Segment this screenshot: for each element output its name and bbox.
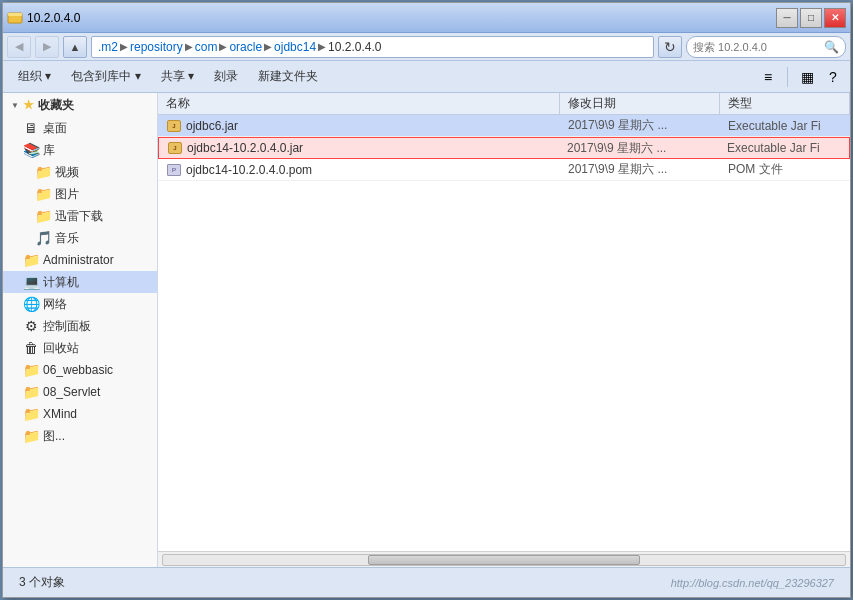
sidebar-label-computer: 计算机 [43, 274, 79, 291]
maximize-button[interactable]: □ [800, 8, 822, 28]
search-bar[interactable]: 🔍 [686, 36, 846, 58]
horizontal-scrollbar[interactable] [158, 551, 850, 567]
breadcrumb[interactable]: .m2 ▶ repository ▶ com ▶ oracle ▶ ojdbc1… [91, 36, 654, 58]
sidebar-label-music: 音乐 [55, 230, 79, 247]
file-row-ojdbc14[interactable]: J ojdbc14-10.2.0.4.0.jar 2017\9\9 星期六 ..… [158, 137, 850, 159]
explorer-window: 10.2.0.4.0 ─ □ ✕ ◀ ▶ ▲ .m2 ▶ repository … [2, 2, 851, 598]
library-icon: 📚 [23, 142, 39, 158]
sidebar-item-downloads[interactable]: 📁 迅雷下载 [3, 205, 157, 227]
sidebar-item-recycle[interactable]: 🗑 回收站 [3, 337, 157, 359]
favorites-arrow: ▼ [11, 101, 19, 110]
include-library-button[interactable]: 包含到库中 ▾ [62, 65, 149, 89]
breadcrumb-com[interactable]: com [195, 40, 218, 54]
search-icon[interactable]: 🔍 [824, 40, 839, 54]
admin-folder-icon: 📁 [23, 252, 39, 268]
sidebar-label-webbasic: 06_webbasic [43, 363, 113, 377]
music-icon: 🎵 [35, 230, 51, 246]
file-type-ojdbc14: Executable Jar Fi [719, 141, 849, 155]
col-header-date[interactable]: 修改日期 [560, 93, 720, 114]
toolbar: 组织 ▾ 包含到库中 ▾ 共享 ▾ 刻录 新建文件夹 ≡ ▦ ? [3, 61, 850, 93]
window-icon [7, 10, 23, 26]
sidebar-item-controlpanel[interactable]: ⚙ 控制面板 [3, 315, 157, 337]
sidebar-label-library: 库 [43, 142, 55, 159]
file-list: J ojdbc6.jar 2017\9\9 星期六 ... Executable… [158, 115, 850, 551]
sidebar-item-xmind[interactable]: 📁 XMind [3, 403, 157, 425]
forward-button[interactable]: ▶ [35, 36, 59, 58]
breadcrumb-ojdbc14[interactable]: ojdbc14 [274, 40, 316, 54]
webbasic-folder-icon: 📁 [23, 362, 39, 378]
sidebar-label-pictures: 图片 [55, 186, 79, 203]
sidebar-item-administrator[interactable]: 📁 Administrator [3, 249, 157, 271]
col-header-name[interactable]: 名称 [158, 93, 560, 114]
file-name-pom: P ojdbc14-10.2.0.4.0.pom [158, 162, 560, 178]
toolbar-right: ≡ ▦ ? [757, 66, 844, 88]
h-scrollbar-track[interactable] [162, 554, 846, 566]
breadcrumb-version[interactable]: 10.2.0.4.0 [328, 40, 381, 54]
file-name-ojdbc14: J ojdbc14-10.2.0.4.0.jar [159, 140, 559, 156]
network-icon: 🌐 [23, 296, 39, 312]
file-date-ojdbc6: 2017\9\9 星期六 ... [560, 117, 720, 134]
sidebar-item-videos[interactable]: 📁 视频 [3, 161, 157, 183]
sidebar-label-administrator: Administrator [43, 253, 114, 267]
h-scrollbar-thumb[interactable] [368, 555, 641, 565]
help-button[interactable]: ? [822, 66, 844, 88]
sidebar-item-music[interactable]: 🎵 音乐 [3, 227, 157, 249]
burn-button[interactable]: 刻录 [205, 65, 247, 89]
videos-folder-icon: 📁 [35, 164, 51, 180]
search-input[interactable] [693, 41, 820, 53]
pom-icon-file: P [166, 162, 182, 178]
sidebar-item-pic[interactable]: 📁 图... [3, 425, 157, 447]
favorites-label: 收藏夹 [38, 97, 74, 114]
file-count: 3 个对象 [19, 574, 65, 591]
watermark: http://blog.csdn.net/qq_23296327 [671, 577, 834, 589]
sidebar-label-controlpanel: 控制面板 [43, 318, 91, 335]
col-header-type[interactable]: 类型 [720, 93, 850, 114]
breadcrumb-repository[interactable]: repository [130, 40, 183, 54]
sidebar-item-network[interactable]: 🌐 网络 [3, 293, 157, 315]
sidebar-item-servlet[interactable]: 📁 08_Servlet [3, 381, 157, 403]
view-large-button[interactable]: ▦ [796, 66, 818, 88]
sidebar-item-library[interactable]: 📚 库 [3, 139, 157, 161]
pictures-folder-icon: 📁 [35, 186, 51, 202]
toolbar-separator [787, 67, 788, 87]
file-row-ojdbc6[interactable]: J ojdbc6.jar 2017\9\9 星期六 ... Executable… [158, 115, 850, 137]
file-type-pom: POM 文件 [720, 161, 850, 178]
sidebar: ▼ ★ 收藏夹 🖥 桌面 📚 库 📁 视频 📁 图片 [3, 93, 158, 567]
jar-icon-ojdbc14: J [167, 140, 183, 156]
back-button[interactable]: ◀ [7, 36, 31, 58]
recycle-icon: 🗑 [23, 340, 39, 356]
refresh-button[interactable]: ↻ [658, 36, 682, 58]
sidebar-label-desktop: 桌面 [43, 120, 67, 137]
main-content: ▼ ★ 收藏夹 🖥 桌面 📚 库 📁 视频 📁 图片 [3, 93, 850, 567]
minimize-button[interactable]: ─ [776, 8, 798, 28]
view-toggle-button[interactable]: ≡ [757, 66, 779, 88]
file-area: 名称 修改日期 类型 J ojdbc6.jar [158, 93, 850, 567]
sidebar-item-pictures[interactable]: 📁 图片 [3, 183, 157, 205]
file-date-ojdbc14: 2017\9\9 星期六 ... [559, 140, 719, 157]
new-folder-button[interactable]: 新建文件夹 [249, 65, 327, 89]
sidebar-favorites-header[interactable]: ▼ ★ 收藏夹 [3, 93, 157, 117]
titlebar-left: 10.2.0.4.0 [7, 10, 80, 26]
svg-rect-1 [8, 13, 22, 16]
sidebar-item-desktop[interactable]: 🖥 桌面 [3, 117, 157, 139]
sidebar-item-computer[interactable]: 💻 计算机 [3, 271, 157, 293]
close-button[interactable]: ✕ [824, 8, 846, 28]
share-button[interactable]: 共享 ▾ [152, 65, 203, 89]
pic-folder-icon: 📁 [23, 428, 39, 444]
sidebar-label-videos: 视频 [55, 164, 79, 181]
up-button[interactable]: ▲ [63, 36, 87, 58]
file-row-pom[interactable]: P ojdbc14-10.2.0.4.0.pom 2017\9\9 星期六 ..… [158, 159, 850, 181]
sidebar-item-webbasic[interactable]: 📁 06_webbasic [3, 359, 157, 381]
window-title: 10.2.0.4.0 [27, 11, 80, 25]
breadcrumb-oracle[interactable]: oracle [229, 40, 262, 54]
servlet-folder-icon: 📁 [23, 384, 39, 400]
controlpanel-icon: ⚙ [23, 318, 39, 334]
organize-button[interactable]: 组织 ▾ [9, 65, 60, 89]
sidebar-label-servlet: 08_Servlet [43, 385, 100, 399]
statusbar: 3 个对象 http://blog.csdn.net/qq_23296327 [3, 567, 850, 597]
titlebar: 10.2.0.4.0 ─ □ ✕ [3, 3, 850, 33]
sidebar-label-network: 网络 [43, 296, 67, 313]
computer-icon: 💻 [23, 274, 39, 290]
breadcrumb-m2[interactable]: .m2 [98, 40, 118, 54]
addressbar: ◀ ▶ ▲ .m2 ▶ repository ▶ com ▶ oracle ▶ … [3, 33, 850, 61]
